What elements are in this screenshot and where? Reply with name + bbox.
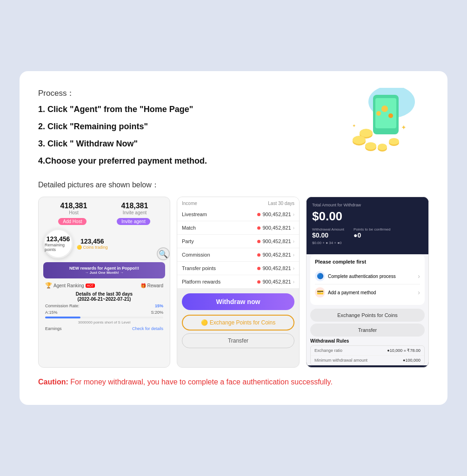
invite-agent-badge[interactable]: Invite agent [117,218,150,225]
progress-fill [45,317,80,318]
ss3-points-confirmed: Points to be confirmed ●0 [354,227,391,239]
ss3-header: Total Amount for Withdraw $0.00 Withdraw… [307,197,428,251]
chevron-icon: › [293,225,294,231]
step-1: 1. Click "Agent" from the "Home Page" [38,103,327,116]
banner-sub: → Just One Month! → [47,271,161,275]
earnings-label: Earnings [45,326,62,331]
payment-icon: 💳 [315,287,325,298]
screenshot-1: 418,381 Host 418,381 Invite agent Add Ho… [38,197,170,368]
coins-trading: 123,456 🟡 Coins trading [77,238,108,250]
coin-icon: 🟡 [201,319,208,326]
item-name-livestream: Livestream [182,212,207,217]
screenshots-row: 418,381 Host 418,381 Invite agent Add Ho… [38,197,429,368]
ss1-badges: Add Host Invite agent [43,218,165,225]
item-name-platform: Platform rewards [182,279,220,284]
instructions: Process： 1. Click "Agent" from the "Home… [38,88,336,172]
ss2-header: Income Last 30 days [177,197,299,208]
ss2-item-commission[interactable]: Commission 900,452,821 › [177,248,299,262]
item-name-match: Match [182,225,196,231]
withdraw-now-button[interactable]: Withdraw now [182,293,294,310]
ss3-sub-row: Withdrawal Amount $0.00 Points to be con… [312,227,423,239]
stat2-num: 418,381 [121,202,148,210]
svg-point-10 [378,144,387,150]
ss2-list: Livestream 900,452,821 › Match 900,452,8… [177,208,299,289]
magnifier-icon: 🔍 [157,247,170,260]
red-dot-icon [257,280,260,284]
item-name-commission: Commission [182,252,210,258]
svg-point-14 [388,113,393,118]
coins-lbl: 🟡 Coins trading [77,245,108,250]
svg-point-6 [353,136,366,144]
exchange-points-coins-button[interactable]: 🟡 Exchange Points for Coins [182,315,294,331]
check-details-link[interactable]: Check for details [132,326,163,331]
ss2-item-party[interactable]: Party 900,452,821 › [177,235,299,248]
step-3: 3. Click " Withdraw Now" [38,138,327,150]
ss2-item-livestream[interactable]: Livestream 900,452,821 › [177,208,299,221]
reward-item[interactable]: 🎁 Reward [140,282,163,289]
stat1-num: 418,381 [60,202,87,210]
a-label: A:15% [45,310,58,315]
complete-first-card: Please complete first 🔵 Complete authent… [310,254,425,305]
progress-bar [45,317,163,318]
item-val-commission: 900,452,821 › [257,252,294,258]
auth-arrow-icon[interactable]: › [418,272,420,280]
withdrawal-rules-section: Withdrawal Rules Exchange ratio ●10,000 … [310,338,425,365]
caution-bold: Caution: [38,378,68,386]
ss3-transfer-button[interactable]: Transfer [310,324,425,337]
agent-ranking[interactable]: 🏆 Agent Ranking HOT [45,282,95,289]
hot-badge: HOT [86,284,95,288]
ss3-withdraw-amount: Withdrawal Amount $0.00 [312,227,344,239]
chevron-icon: › [293,252,294,258]
ss1-earnings: Earnings Check for details [43,326,165,331]
red-dot-icon [257,226,260,230]
rules-table: Exchange ratio ●10,000 = ₹78.00 Minimum … [310,345,425,365]
red-dot-icon [257,213,260,216]
screenshot-2: Income Last 30 days Livestream 900,452,8… [177,197,300,368]
coins-num: 123,456 [77,238,108,245]
svg-point-12 [389,138,399,145]
svg-point-13 [381,106,388,112]
caution-text: Caution: For money withdrawal, you have … [38,378,333,386]
complete-title: Please complete first [315,259,420,264]
svg-text:✦: ✦ [401,124,407,131]
ss2-item-match[interactable]: Match 900,452,821 › [177,221,299,235]
ss1-stats: 418,381 Host 418,381 Invite agent [43,202,165,215]
rules-title: Withdrawal Rules [310,338,425,344]
ss2-item-transfer[interactable]: Transfer points 900,452,821 › [177,262,299,275]
details-date: (2022-06-21~2022-07-21) [43,297,165,302]
ss3-body: Please complete first 🔵 Complete authent… [307,254,428,365]
add-host-badge[interactable]: Add Host [58,218,87,225]
transfer-button[interactable]: Transfer [182,333,294,348]
ss3-exchange-button[interactable]: Exchange Points for Coins [310,309,425,322]
complete-item-left-auth: 🔵 Complete authentication process [315,271,396,281]
stat1-lbl: Host [60,210,87,215]
rules-row-ratio: Exchange ratio ●10,000 = ₹78.00 [311,346,424,356]
payment-arrow-icon[interactable]: › [418,289,420,296]
screenshot-3: Total Amount for Withdraw $0.00 Withdraw… [306,197,429,368]
remaining-num: 123,456 [47,235,70,243]
ss2-item-platform[interactable]: Platform rewards 900,452,821 › [177,275,299,289]
points-label: Points to be confirmed [354,227,391,231]
remaining-points-circle[interactable]: 123,456 Remaining points 🔍 [43,229,73,258]
minimum-key: Minimum withdrawal amount [314,358,367,363]
ss1-rates: Commission Rate: 15% [43,304,165,308]
minimum-val: ●100,000 [403,358,420,363]
item-val-platform: 900,452,821 › [257,279,294,284]
chevron-icon: › [293,239,294,244]
caution-body: For money withdrawal, you have to comple… [68,378,333,386]
ss1-stat-2: 418,381 Invite agent [121,202,148,215]
stat2-lbl: Invite agent [121,210,148,215]
complete-item-auth[interactable]: 🔵 Complete authentication process › [315,268,420,284]
ranking-label: Agent Ranking [53,283,84,288]
caution-section: Caution: For money withdrawal, you have … [38,376,429,388]
exchange-btn-label: Exchange Points for Coins [210,319,275,326]
ss1-ranking: 🏆 Agent Ranking HOT 🎁 Reward [43,282,165,289]
svg-point-15 [376,111,381,116]
process-label: Process： [38,88,327,99]
reward-label: Reward [147,283,163,288]
item-val-transfer: 900,452,821 › [257,265,294,271]
payment-label: Add a payment method [328,290,376,295]
chevron-icon: › [293,212,294,217]
complete-item-payment[interactable]: 💳 Add a payment method › [315,284,420,300]
ss1-ab-rates: A:15% S:20% [43,310,165,315]
